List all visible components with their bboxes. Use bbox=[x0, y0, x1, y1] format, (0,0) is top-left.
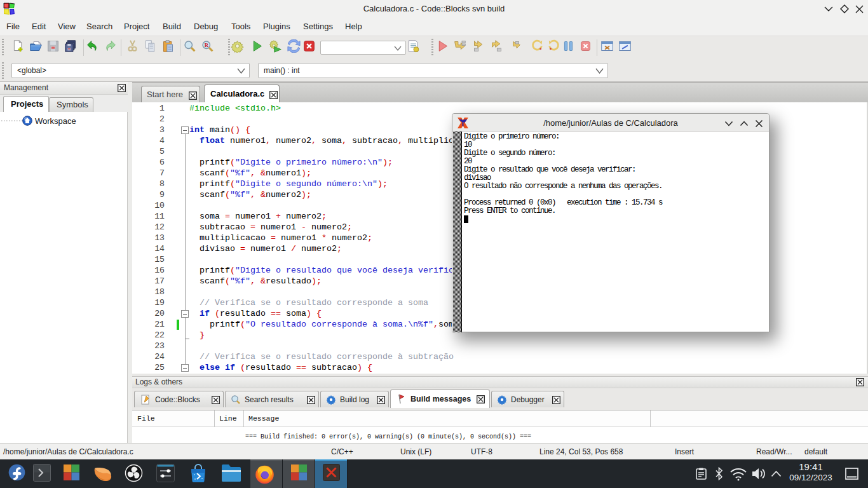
svg-text:R: R bbox=[205, 42, 209, 48]
